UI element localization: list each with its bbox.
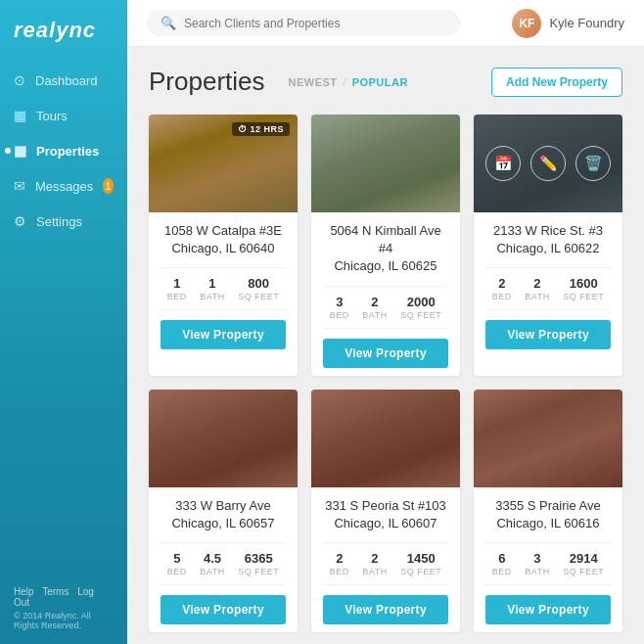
property-address: 1058 W Catalpa #3E Chicago, IL 60640 — [161, 222, 286, 257]
bed-stat: 2 BED — [330, 551, 349, 576]
property-card: 📅 ✏️ 🗑️ 2133 W Rice St. #3 Chicago, IL 6… — [474, 115, 622, 376]
sidebar-nav: ⊙ Dashboard ▦ Tours ▦ Properties ✉ Messa… — [0, 59, 127, 576]
time-badge: ⏱ 12 HRS — [232, 122, 290, 136]
sidebar-item-label: Tours — [36, 109, 68, 123]
bed-stat: 5 BED — [167, 551, 187, 576]
view-property-button[interactable]: View Property — [485, 595, 611, 624]
property-address: 333 W Barry Ave Chicago, IL 60657 — [161, 497, 286, 532]
bath-stat: 2 BATH — [362, 295, 387, 320]
search-input[interactable] — [184, 17, 446, 30]
messages-icon: ✉ — [14, 178, 25, 194]
property-card: 5064 N Kimball Ave #4 Chicago, IL 60625 … — [311, 115, 460, 376]
edit-overlay-btn[interactable]: ✏️ — [530, 146, 566, 181]
sqft-stat: 800 SQ FEET — [238, 276, 279, 301]
property-stats: 5 BED 4.5 BATH 6365 SQ FEET — [161, 542, 286, 585]
sidebar: realync ⊙ Dashboard ▦ Tours ▦ Properties… — [0, 0, 127, 644]
settings-icon: ⚙ — [14, 213, 26, 229]
sidebar-item-label: Messages — [35, 179, 93, 194]
help-link[interactable]: Help — [14, 586, 34, 597]
card-body: 2133 W Rice St. #3 Chicago, IL 60622 2 B… — [474, 212, 622, 357]
terms-link[interactable]: Terms — [42, 586, 69, 597]
sidebar-item-properties[interactable]: ▦ Properties — [0, 133, 127, 168]
search-icon: 🔍 — [161, 16, 176, 30]
sidebar-item-dashboard[interactable]: ⊙ Dashboard — [0, 63, 127, 98]
property-address: 331 S Peoria St #103 Chicago, IL 60607 — [323, 497, 448, 532]
property-card: 333 W Barry Ave Chicago, IL 60657 5 BED … — [149, 390, 298, 632]
property-image — [149, 390, 298, 487]
active-indicator — [5, 148, 11, 154]
bath-stat: 1 BATH — [200, 276, 224, 301]
view-property-button[interactable]: View Property — [323, 595, 448, 624]
sidebar-item-tours[interactable]: ▦ Tours — [0, 98, 127, 133]
sqft-stat: 2914 SQ FEET — [563, 551, 604, 576]
property-address: 2133 W Rice St. #3 Chicago, IL 60622 — [485, 222, 611, 257]
properties-icon: ▦ — [14, 143, 26, 159]
property-image — [311, 115, 460, 212]
bed-stat: 6 BED — [492, 551, 512, 576]
property-image — [311, 390, 460, 487]
app-logo: realync — [0, 0, 127, 59]
view-property-button[interactable]: View Property — [161, 320, 286, 349]
property-address: 3355 S Prairie Ave Chicago, IL 60616 — [485, 497, 611, 532]
sqft-stat: 1450 SQ FEET — [400, 551, 441, 576]
property-image — [474, 390, 622, 487]
filter-newest[interactable]: NEWEST — [289, 74, 338, 90]
sidebar-item-settings[interactable]: ⚙ Settings — [0, 204, 127, 239]
filter-separator: / — [344, 76, 346, 88]
content-area: Properties NEWEST / POPULAR Add New Prop… — [127, 47, 644, 644]
property-stats: 2 BED 2 BATH 1600 SQ FEET — [485, 267, 611, 310]
user-name: Kyle Foundry — [549, 16, 624, 30]
page-title: Properties — [149, 67, 265, 97]
view-property-button[interactable]: View Property — [485, 320, 611, 349]
page-header: Properties NEWEST / POPULAR Add New Prop… — [149, 67, 622, 97]
property-stats: 1 BED 1 BATH 800 SQ FEET — [161, 267, 286, 310]
filter-popular[interactable]: POPULAR — [352, 74, 408, 90]
user-area: KF Kyle Foundry — [512, 9, 624, 38]
bath-stat: 4.5 BATH — [200, 551, 224, 576]
property-stats: 3 BED 2 BATH 2000 SQ FEET — [323, 286, 448, 329]
delete-overlay-btn[interactable]: 🗑️ — [575, 146, 611, 181]
property-stats: 6 BED 3 BATH 2914 SQ FEET — [485, 542, 611, 585]
property-address: 5064 N Kimball Ave #4 Chicago, IL 60625 — [323, 222, 448, 276]
bed-stat: 3 BED — [330, 295, 349, 320]
tours-icon: ▦ — [14, 108, 26, 123]
bath-stat: 2 BATH — [525, 276, 549, 301]
card-body: 333 W Barry Ave Chicago, IL 60657 5 BED … — [149, 487, 298, 632]
view-property-button[interactable]: View Property — [323, 339, 448, 368]
sidebar-item-label: Settings — [36, 214, 82, 229]
property-image: ⏱ 12 HRS — [149, 115, 298, 212]
bath-stat: 3 BATH — [525, 551, 549, 576]
topbar: 🔍 KF Kyle Foundry — [127, 0, 644, 47]
bed-stat: 1 BED — [167, 276, 187, 301]
property-stats: 2 BED 2 BATH 1450 SQ FEET — [323, 542, 448, 585]
card-body: 3355 S Prairie Ave Chicago, IL 60616 6 B… — [474, 487, 622, 632]
sidebar-item-messages[interactable]: ✉ Messages 1 — [0, 168, 127, 204]
search-bar[interactable]: 🔍 — [147, 10, 460, 36]
dashboard-icon: ⊙ — [14, 72, 25, 88]
filter-tabs: NEWEST / POPULAR — [289, 74, 408, 90]
copyright-text: © 2014 Realync. All Rights Reserved. — [14, 611, 114, 630]
bath-stat: 2 BATH — [362, 551, 387, 576]
messages-badge: 1 — [103, 178, 114, 194]
sidebar-footer: Help Terms Log Out © 2014 Realync. All R… — [0, 576, 127, 644]
property-card: 3355 S Prairie Ave Chicago, IL 60616 6 B… — [474, 390, 622, 632]
sidebar-item-label: Dashboard — [35, 73, 98, 88]
card-overlay: 📅 ✏️ 🗑️ — [474, 115, 622, 212]
card-body: 5064 N Kimball Ave #4 Chicago, IL 60625 … — [311, 212, 460, 376]
main-content: 🔍 KF Kyle Foundry Properties NEWEST / PO… — [127, 0, 644, 644]
calendar-overlay-btn[interactable]: 📅 — [485, 146, 521, 181]
avatar: KF — [512, 9, 541, 38]
property-grid: ⏱ 12 HRS 1058 W Catalpa #3E Chicago, IL … — [149, 115, 622, 632]
bed-stat: 2 BED — [492, 276, 512, 301]
property-card: 331 S Peoria St #103 Chicago, IL 60607 2… — [311, 390, 460, 632]
property-image: 📅 ✏️ 🗑️ — [474, 115, 622, 212]
view-property-button[interactable]: View Property — [161, 595, 286, 624]
sqft-stat: 6365 SQ FEET — [238, 551, 279, 576]
sqft-stat: 1600 SQ FEET — [563, 276, 604, 301]
card-body: 331 S Peoria St #103 Chicago, IL 60607 2… — [311, 487, 460, 632]
property-card: ⏱ 12 HRS 1058 W Catalpa #3E Chicago, IL … — [149, 115, 298, 376]
card-body: 1058 W Catalpa #3E Chicago, IL 60640 1 B… — [149, 212, 298, 357]
sqft-stat: 2000 SQ FEET — [400, 295, 441, 320]
add-property-button[interactable]: Add New Property — [491, 68, 622, 97]
sidebar-item-label: Properties — [36, 144, 99, 159]
